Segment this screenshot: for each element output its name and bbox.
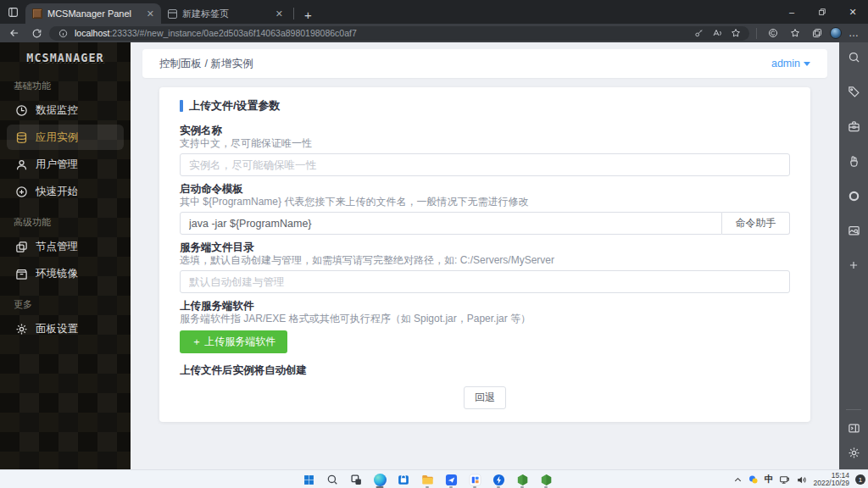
taskbar-center (301, 470, 554, 488)
upload-server-software-button[interactable]: ＋ 上传服务端软件 (180, 330, 287, 353)
sidebar-item-label: 用户管理 (36, 158, 78, 172)
sidebar-item-label: 快速开始 (36, 185, 78, 199)
search-icon (326, 474, 338, 485)
url-text[interactable]: localhost:23333/#/new_instance/0ae2d503a… (75, 28, 687, 38)
tab-new-tab-page[interactable]: 新建标签页 ✕ (161, 3, 290, 24)
nodejs-app-button-2[interactable] (538, 471, 554, 488)
sidebar-item-users[interactable]: 用户管理 (7, 152, 124, 177)
site-info-icon[interactable] (56, 29, 70, 38)
minimize-button[interactable]: – (776, 0, 807, 24)
app-sidebar: MCSMANAGER 基础功能 数据监控 应用实例 用户管理 快速开始 高级功能 (0, 42, 131, 469)
task-view-button[interactable] (348, 471, 364, 488)
image-search-icon[interactable] (848, 225, 860, 237)
card-title: 上传文件/设置参数 (180, 98, 790, 114)
address-bar[interactable]: localhost:23333/#/new_instance/0ae2d503a… (49, 26, 749, 41)
docs-app-icon (469, 474, 481, 486)
nodejs-app-button-1[interactable] (515, 471, 530, 488)
user-menu[interactable]: admin (771, 58, 810, 69)
taskbar-search-button[interactable] (325, 471, 340, 488)
edge-taskbar-button[interactable] (372, 471, 387, 488)
nodes-icon (15, 241, 28, 253)
microsoft-store-button[interactable] (396, 471, 411, 488)
command-helper-button[interactable]: 命令助手 (722, 212, 790, 235)
extension-icon[interactable] (764, 25, 782, 41)
search-icon[interactable] (848, 51, 860, 64)
shopping-tag-icon[interactable] (848, 86, 860, 98)
lightning-app-button[interactable] (491, 471, 506, 488)
field-desc: 支持中文，尽可能保证唯一性 (180, 137, 790, 150)
field-label: 启动命令模板 (180, 182, 790, 196)
ime-color-icon[interactable] (748, 474, 759, 485)
sidebar-item-images[interactable]: 环境镜像 (7, 261, 124, 286)
tab-close-icon[interactable]: ✕ (147, 8, 154, 19)
title-marker (180, 100, 183, 112)
ime-language-indicator[interactable]: 中 (765, 474, 774, 485)
back-button[interactable]: 回退 (464, 386, 506, 409)
office-icon[interactable] (848, 190, 860, 202)
new-instance-card: 上传文件/设置参数 实例名称 支持中文，尽可能保证唯一性 启动命令模板 其中 $… (159, 87, 810, 422)
browser-content: MCSMANAGER 基础功能 数据监控 应用实例 用户管理 快速开始 高级功能 (0, 42, 868, 469)
close-button[interactable]: ✕ (837, 0, 868, 24)
file-explorer-button[interactable] (420, 471, 435, 488)
directory-input[interactable] (180, 270, 790, 293)
store-icon (398, 474, 409, 485)
speaker-icon[interactable] (796, 474, 807, 485)
more-menu-icon[interactable]: … (845, 27, 863, 39)
new-tab-button[interactable]: + (298, 8, 319, 22)
command-input[interactable] (180, 212, 722, 235)
games-glove-icon[interactable] (848, 155, 860, 168)
tray-chevron-up-icon[interactable] (733, 475, 743, 485)
favorites-bar-icon[interactable] (786, 25, 804, 41)
sidebar-item-label: 面板设置 (36, 322, 78, 336)
card-title-text: 上传文件/设置参数 (189, 98, 281, 114)
task-view-icon (351, 474, 362, 485)
favorites-star-icon[interactable] (729, 28, 743, 38)
profile-avatar[interactable] (830, 27, 842, 39)
docs-app-button[interactable] (467, 471, 482, 488)
sidebar-divider (846, 409, 861, 410)
clock-date: 2022/10/29 (813, 480, 849, 487)
chevron-down-icon (804, 62, 810, 66)
start-button[interactable] (301, 471, 316, 488)
taskbar-clock[interactable]: 15:14 2022/10/29 (813, 472, 849, 487)
back-icon[interactable] (5, 25, 24, 41)
hide-sidebar-icon[interactable] (848, 422, 860, 435)
edge-logo-icon (374, 474, 387, 486)
window-controls: – ✕ (776, 0, 868, 24)
auto-create-note: 上传文件后实例将自动创建 (180, 363, 790, 378)
add-sidebar-item-icon[interactable] (848, 259, 860, 271)
tab-title: MCSManager Panel (47, 8, 142, 19)
mcsmanager-logo: MCSMANAGER (0, 42, 131, 69)
nav-section-label: 高级功能 (0, 206, 131, 232)
system-tray: 中 15:14 2022/10/29 1 (733, 470, 865, 488)
mcsmanager-favicon (32, 8, 42, 19)
browser-toolbar: localhost:23333/#/new_instance/0ae2d503a… (0, 24, 868, 42)
gear-icon (15, 323, 28, 336)
tools-briefcase-icon[interactable] (848, 120, 860, 133)
sidebar-item-label: 环境镜像 (36, 267, 78, 281)
tab-title: 新建标签页 (182, 8, 270, 20)
instance-name-input[interactable] (180, 153, 790, 176)
edge-sidebar-bottom (839, 409, 868, 459)
toolbar-divider (756, 28, 757, 39)
database-icon (15, 131, 28, 144)
sidebar-item-quick-start[interactable]: 快速开始 (7, 179, 124, 204)
refresh-icon[interactable] (27, 25, 46, 41)
tab-mcsmanager[interactable]: MCSManager Panel ✕ (25, 3, 161, 24)
notification-badge[interactable]: 1 (855, 474, 865, 485)
archive-box-icon (15, 268, 28, 280)
restore-button[interactable] (807, 0, 837, 24)
tab-actions-menu-icon[interactable] (0, 0, 25, 24)
collections-icon[interactable] (808, 25, 826, 41)
sidebar-item-data-monitor[interactable]: 数据监控 (7, 97, 124, 123)
network-icon[interactable] (779, 474, 790, 485)
sidebar-item-nodes[interactable]: 节点管理 (7, 234, 124, 259)
password-key-icon[interactable] (692, 29, 705, 38)
tab-close-icon[interactable]: ✕ (275, 8, 283, 19)
plus-circle-icon (15, 186, 28, 198)
sidebar-settings-gear-icon[interactable] (848, 446, 860, 459)
read-aloud-icon[interactable] (710, 28, 724, 38)
sidebar-item-panel-settings[interactable]: 面板设置 (7, 316, 124, 341)
messenger-app-button[interactable] (443, 471, 459, 488)
sidebar-item-instances[interactable]: 应用实例 (7, 125, 124, 150)
